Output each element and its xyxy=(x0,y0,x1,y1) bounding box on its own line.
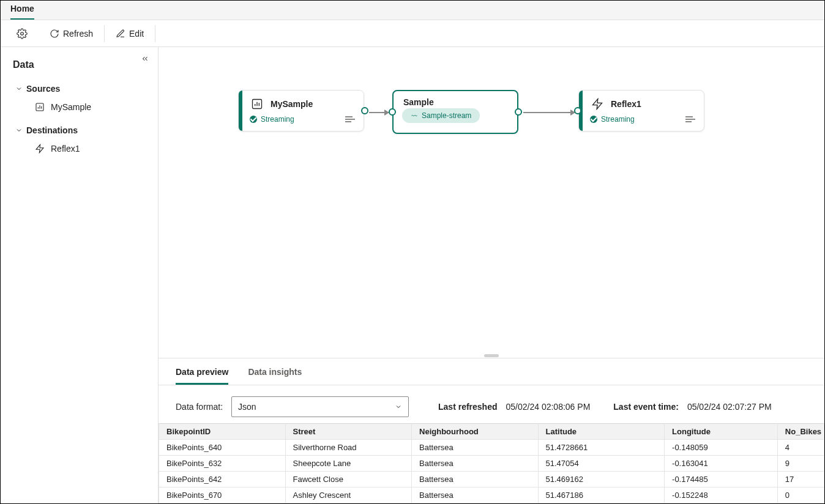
table-cell: 51.467186 xyxy=(538,487,665,503)
check-icon xyxy=(590,116,597,123)
stream-chip[interactable]: Sample-stream xyxy=(402,108,480,123)
last-event-value: 05/02/24 02:07:27 PM xyxy=(687,402,772,412)
barchart-icon xyxy=(250,97,264,111)
graph-node-destination[interactable]: Reflex1 Streaming xyxy=(578,90,704,132)
node-status: Streaming xyxy=(590,115,635,124)
table-cell: Fawcett Close xyxy=(285,472,412,487)
edit-button[interactable]: Edit xyxy=(112,26,147,41)
table-cell: Silverthorne Road xyxy=(285,440,412,456)
table-cell: 4 xyxy=(777,440,824,456)
tree-section-label: Destinations xyxy=(26,125,78,135)
graph-node-stream[interactable]: Sample Sample-stream xyxy=(392,90,518,134)
data-format-value: Json xyxy=(238,402,256,412)
table-cell: 9 xyxy=(777,456,824,472)
collapse-sidebar-button[interactable] xyxy=(141,54,149,65)
graph-node-source[interactable]: MySample Streaming xyxy=(238,90,364,132)
last-refreshed-value: 05/02/24 02:08:06 PM xyxy=(506,402,591,412)
node-output-port[interactable] xyxy=(515,108,522,116)
lightning-icon xyxy=(590,97,605,111)
col-header[interactable]: Latitude xyxy=(538,424,665,440)
stream-icon xyxy=(411,112,418,119)
table-cell: Battersea xyxy=(412,472,539,487)
table-row[interactable]: BikePoints_642Fawcett CloseBattersea51.4… xyxy=(159,472,824,487)
table-cell: 17 xyxy=(777,472,824,487)
tree-item-mysample[interactable]: MySample xyxy=(1,97,158,117)
chevron-double-left-icon xyxy=(141,54,149,63)
refresh-label: Refresh xyxy=(63,29,93,39)
svg-marker-4 xyxy=(593,99,602,109)
tab-data-preview[interactable]: Data preview xyxy=(176,367,228,385)
preview-panel: Data preview Data insights Data format: … xyxy=(159,358,824,503)
edge-arrow xyxy=(523,112,575,113)
table-cell: BikePoints_632 xyxy=(159,456,286,472)
chevron-down-icon xyxy=(15,127,23,134)
sidebar-title: Data xyxy=(1,54,158,78)
table-header-row: BikepointID Street Neighbourhood Latitud… xyxy=(159,424,824,440)
toolbar: Refresh Edit xyxy=(1,20,824,47)
tab-data-insights[interactable]: Data insights xyxy=(248,367,302,385)
refresh-icon xyxy=(50,29,59,39)
table-cell: 51.469162 xyxy=(538,472,665,487)
stream-chip-label: Sample-stream xyxy=(422,111,471,120)
table-cell: 51.4728661 xyxy=(538,440,665,456)
node-title: MySample xyxy=(271,99,313,109)
table-cell: Battersea xyxy=(412,440,539,456)
last-event-label: Last event time: xyxy=(613,402,679,412)
settings-button[interactable] xyxy=(13,26,31,42)
col-header[interactable]: Longitude xyxy=(665,424,778,440)
tree-section-sources[interactable]: Sources xyxy=(1,80,158,97)
col-header[interactable]: No_Bikes xyxy=(777,424,824,440)
col-header[interactable]: Street xyxy=(285,424,412,440)
tree-section-label: Sources xyxy=(26,84,60,94)
refresh-button[interactable]: Refresh xyxy=(46,26,97,41)
tree-item-label: Reflex1 xyxy=(51,144,80,154)
node-accent xyxy=(239,91,242,131)
table-cell: Sheepcote Lane xyxy=(285,456,412,472)
table-cell: BikePoints_640 xyxy=(159,440,286,456)
table-row[interactable]: BikePoints_632Sheepcote LaneBattersea51.… xyxy=(159,456,824,472)
node-menu-button[interactable] xyxy=(345,116,355,122)
sidebar: Data Sources MySample xyxy=(1,47,159,503)
table-cell: -0.163041 xyxy=(665,456,778,472)
data-format-select[interactable]: Json xyxy=(231,396,409,417)
node-status: Streaming xyxy=(250,115,294,124)
table-cell: BikePoints_642 xyxy=(159,472,286,487)
graph-canvas[interactable]: MySample Streaming Sample xyxy=(159,47,824,353)
gear-icon xyxy=(17,28,28,39)
table-cell: -0.174485 xyxy=(665,472,778,487)
edit-icon xyxy=(116,29,125,39)
node-menu-button[interactable] xyxy=(685,116,695,122)
node-input-port[interactable] xyxy=(389,108,396,116)
table-row[interactable]: BikePoints_640Silverthorne RoadBattersea… xyxy=(159,440,824,456)
table-cell: Ashley Crescent xyxy=(285,487,412,503)
node-input-port[interactable] xyxy=(574,107,581,114)
data-format-label: Data format: xyxy=(176,402,223,412)
col-header[interactable]: BikepointID xyxy=(159,424,286,440)
tree-item-reflex1[interactable]: Reflex1 xyxy=(1,139,158,158)
table-row[interactable]: BikePoints_670Ashley CrescentBattersea51… xyxy=(159,487,824,503)
svg-point-0 xyxy=(21,32,24,35)
preview-table: BikepointID Street Neighbourhood Latitud… xyxy=(159,423,824,503)
edge-arrow xyxy=(369,112,389,113)
table-cell: -0.148059 xyxy=(665,440,778,456)
tree-item-label: MySample xyxy=(51,102,91,112)
node-output-port[interactable] xyxy=(361,107,368,114)
tab-home[interactable]: Home xyxy=(10,0,34,20)
barchart-icon xyxy=(35,102,45,112)
edit-label: Edit xyxy=(129,29,144,39)
chevron-down-icon xyxy=(15,85,23,92)
col-header[interactable]: Neighbourhood xyxy=(412,424,539,440)
panel-splitter[interactable] xyxy=(159,353,824,358)
table-cell: Battersea xyxy=(412,456,539,472)
lightning-icon xyxy=(35,144,45,154)
tree-section-destinations[interactable]: Destinations xyxy=(1,122,158,139)
table-cell: BikePoints_670 xyxy=(159,487,286,503)
table-cell: 0 xyxy=(777,487,824,503)
last-refreshed-label: Last refreshed xyxy=(438,402,497,412)
chevron-down-icon xyxy=(395,403,402,410)
node-title: Sample xyxy=(403,97,434,107)
table-cell: Battersea xyxy=(412,487,539,503)
node-title: Reflex1 xyxy=(611,99,641,109)
svg-marker-2 xyxy=(36,144,43,152)
table-cell: 51.47054 xyxy=(538,456,665,472)
